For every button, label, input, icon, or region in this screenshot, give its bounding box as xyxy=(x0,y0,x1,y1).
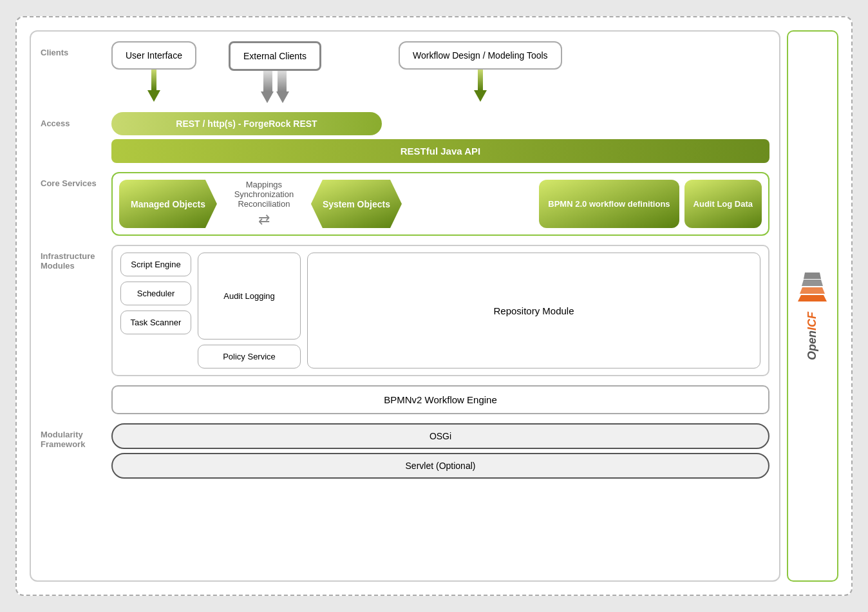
user-interface-label: User Interface xyxy=(126,50,182,61)
script-engine-box: Script Engine xyxy=(120,253,191,276)
external-clients-box: External Clients xyxy=(229,41,321,71)
svg-marker-8 xyxy=(798,295,827,301)
servlet-label: Servlet (Optional) xyxy=(406,461,476,471)
svg-marker-5 xyxy=(276,91,289,103)
clients-section: Clients User Interface xyxy=(41,41,769,103)
access-section: Access REST / http(s) - ForgeRock REST R… xyxy=(41,112,769,163)
arrow-wf-down xyxy=(473,70,488,102)
core-services-section: Core Services Managed Objects Mappings S… xyxy=(41,172,769,236)
repository-module-label: Repository Module xyxy=(493,305,574,316)
svg-rect-3 xyxy=(278,71,287,91)
modularity-section: Modularity Framework OSGi Servlet (Optio… xyxy=(41,423,769,479)
clients-body: User Interface xyxy=(111,41,769,103)
mappings-line3: Reconciliation xyxy=(238,199,290,209)
managed-objects-box: Managed Objects xyxy=(119,180,217,228)
system-objects-box: System Objects xyxy=(311,180,402,228)
repository-module-box: Repository Module xyxy=(307,253,760,368)
svg-marker-7 xyxy=(474,90,487,102)
audit-log-label: Audit Log Data xyxy=(693,199,753,209)
infrastructure-section: Infrastructure Modules Script Engine Sch… xyxy=(41,245,769,376)
clients-label: Clients xyxy=(41,41,111,57)
bpmnv2-section: BPMNv2 Workflow Engine xyxy=(41,385,769,414)
scheduler-label: Scheduler xyxy=(137,289,175,298)
openicf-icf-text: ICF xyxy=(806,312,818,330)
infra-left-col: Script Engine Scheduler Task Scanner xyxy=(120,253,191,368)
mappings-arrow: ⇄ xyxy=(258,211,270,228)
servlet-bar: Servlet (Optional) xyxy=(111,453,769,479)
infra-mid-col: Audit Logging Policy Service xyxy=(198,253,301,368)
scheduler-box: Scheduler xyxy=(120,282,191,305)
audit-logging-box: Audit Logging xyxy=(198,253,301,339)
svg-marker-11 xyxy=(804,273,821,279)
policy-service-box: Policy Service xyxy=(198,345,301,368)
access-label: Access xyxy=(41,112,111,128)
svg-rect-2 xyxy=(263,71,272,91)
restful-bar: RESTful Java API xyxy=(111,139,769,163)
arrow-ext-down xyxy=(261,71,289,103)
svg-marker-4 xyxy=(261,91,274,103)
workflow-tools-box: Workflow Design / Modeling Tools xyxy=(399,41,562,70)
bpmnv2-text: BPMNv2 Workflow Engine xyxy=(384,394,497,405)
osgi-bar: OSGi xyxy=(111,423,769,449)
mappings-box: Mappings Synchronization Reconciliation … xyxy=(222,180,306,228)
infrastructure-label: Infrastructure Modules xyxy=(41,245,111,271)
openicf-icon xyxy=(795,269,830,305)
modularity-body: OSGi Servlet (Optional) xyxy=(111,423,769,479)
mappings-line1: Mappings xyxy=(246,180,282,189)
openicf-text-container: OpenICF xyxy=(806,312,819,360)
openicf-logo: OpenICF xyxy=(788,269,836,343)
infrastructure-body: Script Engine Scheduler Task Scanner xyxy=(111,245,769,376)
access-body: REST / http(s) - ForgeRock REST RESTful … xyxy=(111,112,769,163)
workflow-tools-label: Workflow Design / Modeling Tools xyxy=(413,50,548,61)
managed-objects-label: Managed Objects xyxy=(131,199,205,209)
mappings-line2: Synchronization xyxy=(234,189,294,199)
outer-container: Clients User Interface xyxy=(15,16,853,596)
svg-rect-6 xyxy=(478,70,483,90)
restful-bar-label: RESTful Java API xyxy=(401,146,480,157)
system-objects-label: System Objects xyxy=(323,199,390,209)
svg-marker-9 xyxy=(800,287,825,294)
script-engine-label: Script Engine xyxy=(131,260,180,269)
bpmnv2-bar: BPMNv2 Workflow Engine xyxy=(111,385,769,414)
svg-marker-1 xyxy=(147,90,160,102)
task-scanner-box: Task Scanner xyxy=(120,311,191,334)
audit-log-box: Audit Log Data xyxy=(684,180,762,228)
rest-bar-label: REST / http(s) - ForgeRock REST xyxy=(176,119,317,129)
audit-logging-label: Audit Logging xyxy=(223,291,275,301)
bpmn-label: BPMN 2.0 workflow definitions xyxy=(548,199,670,209)
core-green-border: Managed Objects Mappings Synchronization… xyxy=(111,172,769,236)
main-diagram: Clients User Interface xyxy=(30,30,780,582)
infra-outer-box: Script Engine Scheduler Task Scanner xyxy=(111,245,769,376)
modularity-label: Modularity Framework xyxy=(41,423,111,449)
bpmnv2-label-empty xyxy=(41,385,111,392)
policy-service-label: Policy Service xyxy=(223,352,276,361)
openicf-open-text: Open xyxy=(806,330,818,360)
bpmnv2-body: BPMNv2 Workflow Engine xyxy=(111,385,769,414)
osgi-label: OSGi xyxy=(429,431,451,441)
rest-bar: REST / http(s) - ForgeRock REST xyxy=(111,112,382,135)
external-clients-label: External Clients xyxy=(243,51,307,61)
svg-rect-0 xyxy=(151,70,156,90)
user-interface-box: User Interface xyxy=(111,41,196,70)
core-services-body: Managed Objects Mappings Synchronization… xyxy=(111,172,769,236)
svg-marker-10 xyxy=(802,280,823,286)
openicf-sidebar: OpenICF xyxy=(787,30,838,582)
core-services-label: Core Services xyxy=(41,172,111,188)
bpmn-box: BPMN 2.0 workflow definitions xyxy=(539,180,679,228)
arrow-ui-down xyxy=(146,70,162,102)
task-scanner-label: Task Scanner xyxy=(131,318,182,327)
